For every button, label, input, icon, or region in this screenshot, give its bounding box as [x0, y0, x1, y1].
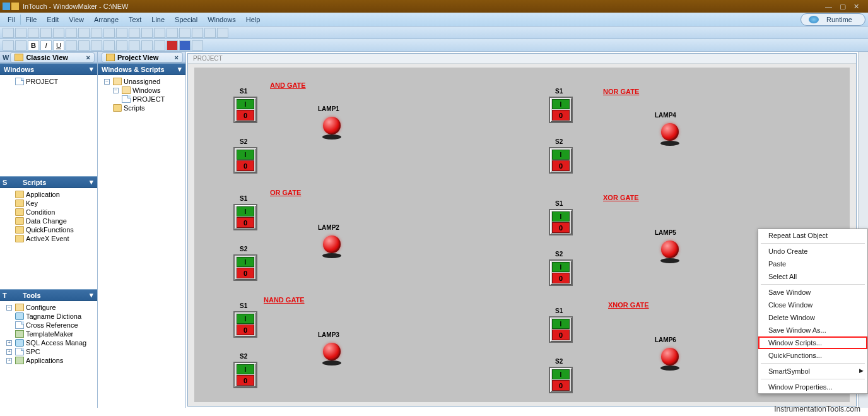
scripts-item-datachange[interactable]: Data Change	[3, 217, 95, 225]
menu-save-window-as[interactable]: Save Window As...	[758, 324, 867, 336]
switch-nand-s1[interactable]: I0	[233, 311, 257, 338]
switch-or-s1[interactable]: I0	[233, 204, 257, 230]
menu-delete-window[interactable]: Delete Window	[758, 311, 867, 324]
switch-and-s1[interactable]: I0	[233, 97, 257, 123]
menu-undo-create[interactable]: Undo Create	[758, 245, 867, 258]
tool-dup[interactable]	[129, 28, 140, 38]
tool-brush[interactable]	[141, 40, 153, 51]
lamp2[interactable]	[320, 235, 343, 258]
minimize-button[interactable]: —	[825, 3, 832, 11]
scripts-item-activex[interactable]: ActiveX Event	[3, 234, 95, 243]
tool-f[interactable]	[204, 28, 216, 38]
menu-quickfunctions[interactable]: QuickFunctions...	[758, 349, 867, 362]
tool-paste[interactable]	[78, 28, 90, 38]
tools-item-configure[interactable]: −Configure	[3, 303, 95, 312]
menu-save-window[interactable]: Save Window	[758, 286, 867, 299]
scripts-panel-header[interactable]: S Scripts ▾	[0, 176, 97, 188]
tool-d[interactable]	[179, 28, 191, 38]
classic-view-tab[interactable]: Classic View ×	[10, 52, 95, 62]
tree-unassigned[interactable]: −Unassigned	[100, 77, 183, 86]
windows-scripts-header[interactable]: Windows & Scripts ▾	[98, 63, 185, 75]
menu-windows[interactable]: Windows	[202, 15, 241, 25]
switch-xnor-s1[interactable]: I0	[549, 316, 573, 343]
tool-g[interactable]	[217, 28, 228, 38]
tool-bold[interactable]: B	[28, 40, 39, 51]
tools-item-tagname[interactable]: Tagname Dictiona	[3, 312, 95, 321]
menu-edit[interactable]: Edit	[42, 15, 64, 25]
tool-print[interactable]	[116, 28, 127, 38]
tool-c[interactable]	[167, 28, 178, 38]
lamp1[interactable]	[320, 117, 343, 140]
close-icon[interactable]: ×	[175, 54, 179, 61]
tool-copy[interactable]	[66, 28, 77, 38]
tool-color-red[interactable]	[167, 40, 178, 51]
tools-item-applications[interactable]: +Applications	[3, 356, 95, 365]
tool-save-all[interactable]	[40, 28, 52, 38]
tools-item-templatemaker[interactable]: TemplateMaker	[3, 330, 95, 338]
collapse-icon[interactable]: −	[113, 88, 119, 93]
tool-align-r[interactable]	[116, 40, 127, 51]
tool-redo[interactable]	[103, 28, 115, 38]
scripts-item-quickfunctions[interactable]: QuickFunctions	[3, 225, 95, 234]
menu-help[interactable]: Help	[241, 15, 266, 25]
tools-item-sql[interactable]: +SQL Access Manag	[3, 338, 95, 347]
menu-repeat-last[interactable]: Repeat Last Object	[758, 229, 867, 242]
tool-align-c[interactable]	[103, 40, 115, 51]
switch-xor-s2[interactable]: I0	[549, 259, 573, 286]
tool-color-blue[interactable]	[179, 40, 191, 51]
maximize-button[interactable]: ▢	[840, 3, 846, 11]
design-canvas[interactable]: AND GATE S1 I0 S2 I0 LAMP1 OR GATE S1 I0…	[194, 68, 850, 402]
windows-panel-header[interactable]: Windows ▾	[0, 63, 97, 75]
tools-item-crossref[interactable]: Cross Reference	[3, 321, 95, 330]
menu-fil[interactable]: Fil	[3, 15, 21, 25]
menu-select-all[interactable]: Select All	[758, 270, 867, 283]
menu-text[interactable]: Text	[124, 15, 146, 25]
tool-italic[interactable]: I	[40, 40, 52, 51]
menu-window-properties[interactable]: Window Properties...	[758, 381, 867, 393]
tool-cut[interactable]	[53, 28, 64, 38]
switch-nor-s1[interactable]: I0	[549, 97, 573, 123]
tool-b[interactable]	[154, 28, 165, 38]
close-button[interactable]: ✕	[853, 3, 859, 11]
scripts-item-key[interactable]: Key	[3, 199, 95, 208]
lamp3[interactable]	[320, 343, 343, 365]
tool-save[interactable]	[28, 28, 39, 38]
tool-new[interactable]	[3, 28, 14, 38]
menu-arrange[interactable]: Arrange	[89, 15, 124, 25]
tool-pen[interactable]	[129, 40, 140, 51]
collapse-icon[interactable]: −	[104, 79, 110, 85]
tree-windows[interactable]: −Windows	[100, 86, 183, 95]
tool-align-l[interactable]	[91, 40, 102, 51]
tool-open[interactable]	[15, 28, 26, 38]
switch-or-s2[interactable]: I0	[233, 254, 257, 281]
menu-special[interactable]: Special	[170, 15, 202, 25]
tools-item-spc[interactable]: +SPC	[3, 347, 95, 356]
menu-paste[interactable]: Paste	[758, 258, 867, 270]
tool-e[interactable]	[192, 28, 203, 38]
tool-underline[interactable]: U	[53, 40, 64, 51]
tool-txt1[interactable]	[3, 40, 14, 51]
tool-undo[interactable]	[91, 28, 102, 38]
switch-xor-s1[interactable]: I0	[549, 209, 573, 235]
expand-icon[interactable]: +	[6, 358, 12, 364]
lamp6[interactable]	[659, 348, 681, 371]
expand-icon[interactable]: +	[6, 349, 12, 355]
lamp4[interactable]	[659, 123, 681, 146]
switch-xnor-s2[interactable]: I0	[549, 367, 573, 393]
switch-nand-s2[interactable]: I0	[233, 362, 257, 388]
tool-a[interactable]	[141, 28, 153, 38]
lamp5[interactable]	[659, 241, 681, 263]
tool-fontsize[interactable]	[78, 40, 90, 51]
menu-smartsymbol[interactable]: SmartSymbol▶	[758, 365, 867, 377]
switch-nor-s2[interactable]: I0	[549, 147, 573, 174]
project-view-tab[interactable]: Project View ×	[102, 52, 183, 62]
tool-more[interactable]	[192, 40, 203, 51]
menu-view[interactable]: View	[64, 15, 89, 25]
windows-item-project[interactable]: PROJECT	[3, 77, 95, 86]
menu-line[interactable]: Line	[146, 15, 170, 25]
menu-window-scripts[interactable]: Window Scripts...	[758, 336, 867, 349]
tree-project-window[interactable]: PROJECT	[100, 95, 183, 104]
menu-close-window[interactable]: Close Window	[758, 299, 867, 311]
tool-fill[interactable]	[154, 40, 165, 51]
tree-scripts[interactable]: Scripts	[100, 104, 183, 112]
